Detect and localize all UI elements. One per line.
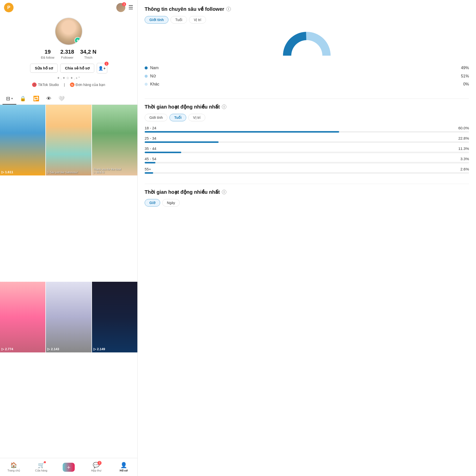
add-friend-button[interactable]: 👤+ 1 [97, 63, 107, 73]
shop-label: Cửa hàng [35, 469, 47, 472]
video-thumb-5[interactable]: ▷2.143 [46, 282, 91, 352]
active-time-info-icon[interactable]: i [222, 105, 226, 109]
tiktok-studio-link[interactable]: 🎵 TikTok Studio [32, 82, 59, 87]
video-count-4: ▷2.774 [2, 347, 13, 351]
active-time-section-2: Thời gian hoạt động nhiều nhất i Giờ Ngà… [145, 189, 469, 210]
tab-videos[interactable]: ⊟ ▾ [3, 93, 16, 105]
age-filter-tabs: Giới tính Tuổi Vị trí [145, 114, 469, 121]
age-range: 35 - 44 [145, 146, 156, 151]
age-pct: 22.8% [458, 136, 469, 140]
add-avatar-button[interactable]: + [74, 37, 81, 44]
active-time-section: Thời gian hoạt động nhiều nhất i Giới tí… [145, 104, 469, 174]
plus-button[interactable]: ＋ [63, 463, 75, 472]
orders-link[interactable]: 🛍 Đơn hàng của bạn [70, 82, 105, 87]
plus-icon: ＋ [66, 463, 71, 471]
filter-tab-gender[interactable]: Giới tính [145, 16, 168, 24]
tab-private[interactable]: 🔒 [16, 93, 30, 105]
links-separator: | [64, 83, 65, 87]
share-profile-button[interactable]: Chia sẻ hồ sơ [60, 64, 94, 73]
age-bar-track [145, 172, 469, 174]
age-bar-fill [145, 162, 155, 163]
age-bar-header: 18 - 24 60.0% [145, 126, 469, 130]
tab-repost[interactable]: 🔁 [30, 93, 43, 105]
right-panel: Thông tin chuyên sâu về follower i Giới … [138, 0, 476, 476]
home-label: Trang chủ [8, 469, 20, 472]
stat-likes: 34,2 N Thích [80, 49, 97, 59]
nav-shop[interactable]: 🛒 Cửa hàng [28, 462, 55, 472]
left-panel: P 3 ☰ + 19 Đã follow 2.318 Follower [0, 0, 138, 476]
tiktok-icon: 🎵 [32, 82, 37, 87]
filter-tab-age[interactable]: Tuổi [170, 16, 187, 24]
menu-icon[interactable]: ☰ [128, 4, 133, 11]
age-bar-fill [145, 141, 219, 143]
follower-info-icon[interactable]: i [226, 7, 231, 11]
age-filter-age[interactable]: Tuổi [169, 114, 186, 121]
age-bar-track [145, 162, 469, 163]
likes-label: Thích [84, 56, 92, 59]
video-title-2: ▷ 5ác just like Satonosu! [47, 171, 90, 174]
age-bar-header: 55+ 2.6% [145, 167, 469, 171]
tab-tagged[interactable]: 👁 [43, 93, 55, 105]
nam-label: Nam [150, 66, 458, 70]
orders-label: Đơn hàng của bạn [76, 83, 105, 87]
age-bar-row: 45 - 54 3.3% [145, 157, 469, 163]
nav-plus[interactable]: ＋ [55, 463, 82, 472]
legend-nam: Nam 49% [145, 66, 469, 70]
edit-profile-button[interactable]: Sửa hồ sơ [30, 64, 58, 73]
video-thumb-2[interactable]: ▷ 5ác just like Satonosu! [46, 105, 91, 175]
stat-following: 19 Đã follow [41, 49, 54, 59]
tab-liked[interactable]: 🤍 [55, 93, 68, 105]
khac-label: Khác [150, 82, 461, 86]
notification-badge: 3 [122, 2, 126, 6]
profile-icon: 👤 [120, 462, 127, 468]
age-bar-list: 18 - 24 60.0% 25 - 34 22.8% 35 - 44 11.3… [145, 126, 469, 174]
age-bar-header: 35 - 44 11.3% [145, 146, 469, 151]
khac-pct: 0% [463, 82, 469, 86]
age-bar-track [145, 141, 469, 143]
age-bar-fill [145, 131, 339, 133]
nu-pct: 51% [461, 74, 469, 78]
active-time-2-title-text: Thời gian hoạt động nhiều nhất [145, 189, 220, 195]
filter-tab-location[interactable]: Vị trí [189, 16, 206, 24]
age-bar-row: 25 - 34 22.8% [145, 136, 469, 143]
inbox-icon: 💬 [93, 462, 100, 468]
top-bar-avatar[interactable]: 3 [116, 3, 125, 12]
video-thumb-1[interactable]: ▷1.611 [0, 105, 45, 175]
premium-icon[interactable]: P [4, 3, 14, 12]
video-count-1: ▷1.611 [2, 170, 13, 174]
donut-chart-container [145, 28, 469, 61]
age-bar-fill [145, 172, 153, 174]
nu-label: Nữ [150, 74, 458, 78]
shop-nav-icon: 🛒 [38, 462, 45, 468]
legend-nu: Nữ 51% [145, 74, 469, 78]
links-row: 🎵 TikTok Studio | 🛍 Đơn hàng của bạn [32, 82, 105, 87]
active-time-title: Thời gian hoạt động nhiều nhất i [145, 104, 469, 110]
age-pct: 3.3% [460, 157, 469, 161]
nav-profile[interactable]: 👤 Hồ sơ [110, 462, 137, 472]
shop-icon: 🛍 [70, 82, 74, 87]
hour-filter-gio[interactable]: Giờ [145, 199, 160, 207]
stat-followers: 2.318 Follower [60, 49, 74, 59]
follower-filter-tabs: Giới tính Tuổi Vị trí [145, 16, 469, 24]
video-thumb-3[interactable]: Thank you for the food ▷ 39,6 N [92, 105, 137, 175]
followers-count: 2.318 [60, 49, 74, 55]
video-grid: ▷1.611 ▷ 5ác just like Satonosu! Thank y… [0, 105, 137, 458]
stats-row: 19 Đã follow 2.318 Follower 34,2 N Thích [41, 49, 96, 59]
tiktok-studio-label: TikTok Studio [38, 83, 59, 87]
inbox-label: Hộp thư [91, 469, 101, 472]
nav-inbox[interactable]: 💬 Hộp thư [82, 462, 110, 472]
age-filter-gender[interactable]: Giới tính [145, 114, 167, 121]
divider-2 [145, 184, 469, 184]
age-filter-location[interactable]: Vị trí [188, 114, 205, 121]
khac-dot [145, 83, 148, 86]
video-count-6: ▷2.149 [93, 347, 105, 351]
age-range: 18 - 24 [145, 126, 156, 130]
nav-home[interactable]: 🏠 Trang chủ [0, 462, 28, 472]
age-bar-row: 55+ 2.6% [145, 167, 469, 174]
hour-filter-ngay[interactable]: Ngày [162, 199, 180, 207]
bottom-nav: 🏠 Trang chủ 🛒 Cửa hàng ＋ 💬 Hộp thư 👤 Hồ … [0, 458, 137, 476]
video-thumb-4[interactable]: ▷2.774 [0, 282, 45, 352]
profile-section: + 19 Đã follow 2.318 Follower 34,2 N Thí… [0, 15, 137, 91]
video-thumb-6[interactable]: ▷2.149 [92, 282, 137, 352]
active-time-2-info-icon[interactable]: i [222, 190, 226, 194]
